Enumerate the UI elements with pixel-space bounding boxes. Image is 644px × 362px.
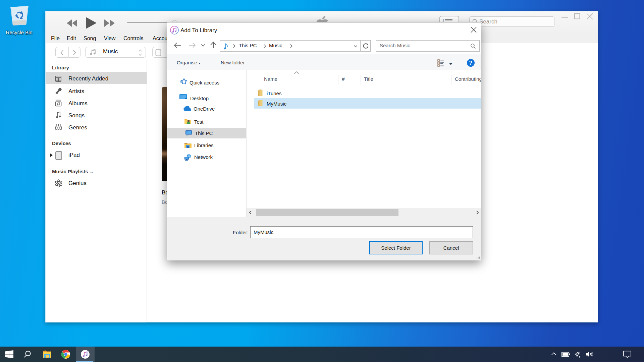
svg-text:1: 1 — [442, 18, 444, 22]
